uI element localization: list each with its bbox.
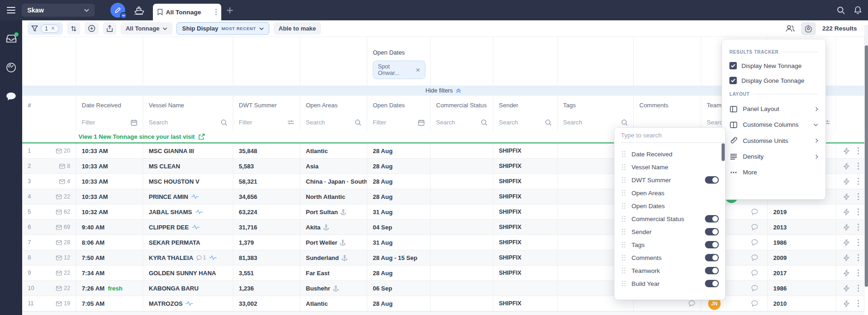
- settings-menu-item[interactable]: More: [729, 169, 818, 176]
- add-button[interactable]: [85, 22, 99, 35]
- lightning-icon[interactable]: [844, 254, 850, 261]
- column-filter[interactable]: Search: [300, 114, 367, 130]
- lightning-icon[interactable]: [844, 178, 850, 185]
- column-toggle-item[interactable]: Tags: [614, 238, 725, 251]
- lightning-icon[interactable]: [844, 285, 850, 292]
- lightning-icon[interactable]: [844, 209, 850, 216]
- tab-menu-icon[interactable]: [215, 9, 217, 15]
- lightning-icon[interactable]: [844, 300, 850, 307]
- table-row[interactable]: 8127:50 AMKYRA THALEIA181,383Sunderland2…: [22, 250, 864, 266]
- able-to-make-button[interactable]: Able to make: [273, 22, 321, 35]
- toggle-on[interactable]: [705, 267, 719, 274]
- lightning-icon[interactable]: [844, 224, 850, 231]
- column-toggle-item[interactable]: Build Year: [614, 277, 725, 290]
- sidebar-item-radar[interactable]: [6, 62, 16, 73]
- drag-handle-icon[interactable]: [622, 216, 625, 222]
- people-icon[interactable]: [785, 25, 795, 32]
- settings-button[interactable]: [801, 22, 816, 35]
- drag-handle-icon[interactable]: [622, 281, 625, 287]
- lightning-icon[interactable]: [844, 239, 850, 246]
- scrollbar-thumb[interactable]: [865, 45, 868, 287]
- new-tonnage-link[interactable]: View 1 New Tonnage since your last visit: [79, 133, 205, 140]
- lightning-icon[interactable]: [844, 193, 850, 200]
- tab-all-tonnage[interactable]: All Tonnage: [153, 4, 221, 20]
- dropdown-scrollbar-thumb[interactable]: [722, 143, 725, 161]
- row-menu-icon[interactable]: [857, 208, 859, 216]
- export-button[interactable]: [103, 22, 116, 35]
- teamwork-bubble-icon[interactable]: [751, 254, 758, 261]
- column-toggle-item[interactable]: Vessel Name: [614, 161, 725, 173]
- lightning-icon[interactable]: [844, 270, 850, 277]
- teamwork-bubble-icon[interactable]: [751, 224, 758, 230]
- settings-menu-item[interactable]: Customise Units: [729, 137, 818, 144]
- compose-button[interactable]: [110, 3, 125, 18]
- drag-handle-icon[interactable]: [622, 229, 625, 235]
- bell-icon[interactable]: [854, 6, 862, 14]
- columns-search[interactable]: [614, 128, 725, 142]
- drag-handle-icon[interactable]: [622, 190, 625, 196]
- column-toggle-item[interactable]: Open Dates: [614, 199, 725, 212]
- column-header[interactable]: Comments: [634, 96, 701, 114]
- column-header[interactable]: [836, 96, 864, 114]
- column-toggle-item[interactable]: Comments: [614, 251, 725, 264]
- drag-handle-icon[interactable]: [622, 268, 625, 274]
- toggle-on[interactable]: [705, 280, 719, 287]
- row-menu-icon[interactable]: [857, 193, 859, 200]
- column-header[interactable]: Open Areas: [300, 96, 367, 114]
- toggle-on[interactable]: [705, 176, 719, 184]
- toggle-on[interactable]: [705, 228, 719, 235]
- row-menu-icon[interactable]: [857, 284, 859, 292]
- column-filter[interactable]: Search: [493, 114, 558, 130]
- drag-handle-icon[interactable]: [622, 255, 625, 261]
- column-header[interactable]: #: [22, 96, 76, 114]
- toggle-on[interactable]: [705, 254, 719, 261]
- teamwork-bubble-icon[interactable]: [751, 300, 758, 307]
- menu-icon[interactable]: [5, 4, 17, 16]
- column-header[interactable]: Vessel Name: [143, 96, 233, 114]
- filter-button[interactable]: 1✕: [28, 22, 63, 35]
- teamwork-bubble-icon[interactable]: [751, 285, 758, 291]
- column-filter[interactable]: Filter: [367, 114, 431, 130]
- column-header[interactable]: Open Dates: [367, 96, 431, 114]
- settings-menu-item[interactable]: Panel Layout: [729, 105, 818, 112]
- sort-button[interactable]: [67, 22, 80, 35]
- column-toggle-item[interactable]: Open Areas: [614, 186, 725, 199]
- remove-filter-icon[interactable]: ✕: [416, 67, 420, 74]
- open-dates-filter-chip[interactable]: Spot Onwar...✕: [373, 61, 425, 79]
- drag-handle-icon[interactable]: [622, 242, 625, 248]
- row-menu-icon[interactable]: [857, 239, 859, 246]
- clear-filters-icon[interactable]: ✕: [51, 25, 55, 31]
- column-header[interactable]: DWT Summer: [233, 96, 300, 114]
- sidebar-item-chat[interactable]: [6, 92, 16, 101]
- table-row[interactable]: 6699:40 AMCLIPPER DEE31,716Akita04 SepSH…: [22, 220, 864, 235]
- checkbox-checked[interactable]: [729, 77, 737, 84]
- table-row[interactable]: 10227:26 AMfreshKABONGA BARU1,236Bushehr…: [22, 281, 864, 296]
- toggle-on[interactable]: [705, 241, 719, 248]
- column-header[interactable]: Tags: [558, 96, 634, 114]
- compose-dropdown-badge[interactable]: [120, 12, 127, 19]
- settings-checkbox-0[interactable]: Display New Tonnage: [729, 62, 818, 69]
- column-toggle-item[interactable]: Sender: [614, 225, 725, 238]
- workspace-selector[interactable]: Skaw: [22, 4, 95, 17]
- column-header[interactable]: Sender: [493, 96, 558, 114]
- toggle-on[interactable]: [705, 215, 719, 222]
- drag-handle-icon[interactable]: [622, 203, 625, 209]
- drag-handle-icon[interactable]: [622, 151, 625, 157]
- settings-checkbox-1[interactable]: Display Gone Tonnage: [729, 77, 818, 84]
- row-menu-icon[interactable]: [857, 254, 859, 261]
- row-menu-icon[interactable]: [857, 269, 859, 277]
- row-menu-icon[interactable]: [857, 162, 859, 170]
- column-filter[interactable]: Filter: [76, 114, 143, 130]
- table-row[interactable]: 56210:32 AMJABAL SHAMS63,224Port Sultan3…: [22, 204, 864, 220]
- search-icon[interactable]: [837, 6, 845, 14]
- view-selector[interactable]: All Tonnage: [121, 22, 172, 35]
- comment-bubble-icon[interactable]: [688, 300, 695, 307]
- vertical-scrollbar[interactable]: [864, 25, 868, 287]
- lightning-icon[interactable]: [844, 148, 850, 154]
- checkbox-checked[interactable]: [729, 62, 737, 69]
- row-menu-icon[interactable]: [857, 178, 859, 185]
- teamwork-bubble-icon[interactable]: [751, 270, 758, 276]
- table-row[interactable]: 11197:05 AMMATROZOS33,002Atlantic28 AugS…: [22, 296, 864, 311]
- column-toggle-item[interactable]: DWT Summer: [614, 173, 725, 186]
- settings-menu-item[interactable]: Density: [729, 153, 818, 160]
